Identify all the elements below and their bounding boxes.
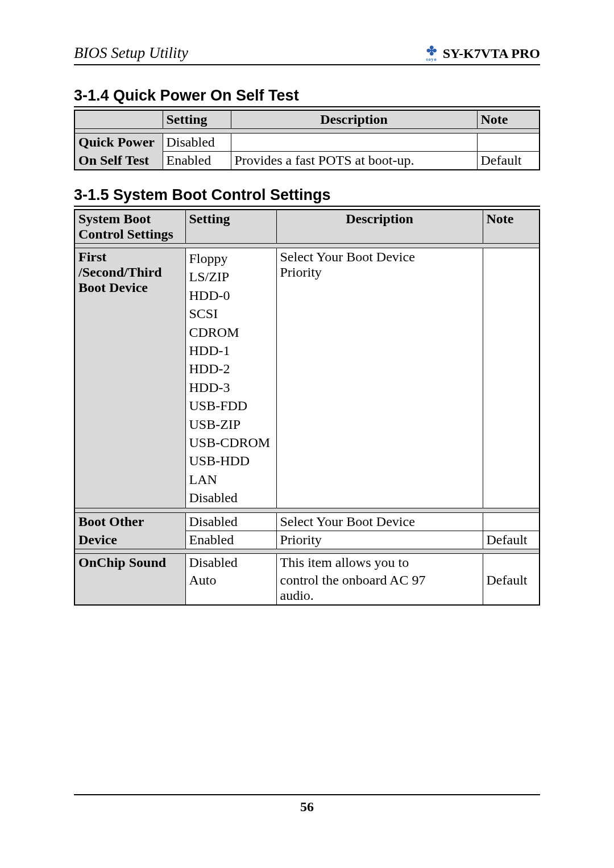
footer-rule bbox=[74, 794, 540, 795]
desc-cell: Priority bbox=[276, 531, 483, 549]
desc-cell bbox=[231, 133, 477, 152]
option-value: USB-CDROM bbox=[189, 433, 273, 452]
page-header: BIOS Setup Utility ✤ soyo SY-K7VTA PRO bbox=[74, 44, 540, 65]
table-header-row: System Boot Control Settings Setting Des… bbox=[74, 210, 540, 244]
option-value: USB-HDD bbox=[189, 452, 273, 470]
row-label: OnChip Sound bbox=[74, 554, 185, 572]
setting-cell: Enabled bbox=[163, 152, 231, 170]
note-cell bbox=[483, 554, 540, 572]
row-label: First /Second/Third Boot Device bbox=[74, 248, 185, 508]
option-value: CDROM bbox=[189, 323, 273, 341]
setting-cell: FloppyLS/ZIPHDD-0SCSICDROMHDD-1HDD-2HDD-… bbox=[185, 248, 276, 508]
table-row: Auto control the onboard AC 97 audio. De… bbox=[74, 571, 540, 605]
setting-cell: Disabled bbox=[185, 554, 276, 572]
row-label: Device bbox=[74, 531, 185, 549]
page-number: 56 bbox=[0, 799, 614, 815]
note-cell: Default bbox=[477, 152, 540, 170]
table-row: First /Second/Third Boot Device FloppyLS… bbox=[74, 248, 540, 508]
header-model: ✤ soyo SY-K7VTA PRO bbox=[426, 45, 541, 62]
setting-cell: Disabled bbox=[185, 513, 276, 531]
option-value: Floppy bbox=[189, 249, 273, 268]
table-row: Boot Other Disabled Select Your Boot Dev… bbox=[74, 513, 540, 531]
table-row: Quick Power Disabled bbox=[74, 133, 540, 152]
option-value: HDD-2 bbox=[189, 360, 273, 378]
row-label: Boot Other bbox=[74, 513, 185, 531]
option-value: Disabled bbox=[189, 489, 273, 507]
col-description: Description bbox=[276, 210, 483, 244]
col-setting: Setting bbox=[185, 210, 276, 244]
qpost-table: Setting Description Note Quick Power Dis… bbox=[74, 110, 540, 170]
header-title: BIOS Setup Utility bbox=[74, 44, 188, 62]
col-note: Note bbox=[477, 110, 540, 129]
option-value: USB-ZIP bbox=[189, 415, 273, 433]
note-cell: Default bbox=[483, 571, 540, 605]
section-heading-sbc: 3-1.5 System Boot Control Settings bbox=[74, 186, 540, 207]
desc-cell: This item allows you to bbox=[276, 554, 483, 572]
desc-cell: Select Your Boot Device Priority bbox=[276, 248, 483, 508]
option-value: USB-FDD bbox=[189, 397, 273, 415]
note-cell bbox=[483, 248, 540, 508]
note-cell: Default bbox=[483, 531, 540, 549]
option-value: HDD-3 bbox=[189, 378, 273, 397]
section-heading-qpost: 3-1.4 Quick Power On Self Test bbox=[74, 87, 540, 107]
setting-cell: Enabled bbox=[185, 531, 276, 549]
col-description: Description bbox=[231, 110, 477, 129]
document-page: BIOS Setup Utility ✤ soyo SY-K7VTA PRO 3… bbox=[0, 0, 614, 606]
col-note: Note bbox=[483, 210, 540, 244]
option-value: LAN bbox=[189, 470, 273, 489]
option-value: LS/ZIP bbox=[189, 268, 273, 286]
table-row: Device Enabled Priority Default bbox=[74, 531, 540, 549]
row-label: Quick Power bbox=[74, 133, 163, 152]
model-name: SY-K7VTA PRO bbox=[443, 46, 540, 61]
option-value: HDD-0 bbox=[189, 286, 273, 304]
setting-cell: Disabled bbox=[163, 133, 231, 152]
note-cell bbox=[477, 133, 540, 152]
row-label: On Self Test bbox=[74, 152, 163, 170]
brand-logo-icon: ✤ soyo bbox=[426, 45, 437, 62]
note-cell bbox=[483, 513, 540, 531]
desc-cell: Provides a fast POTS at boot-up. bbox=[231, 152, 477, 170]
option-value: HDD-1 bbox=[189, 341, 273, 360]
table-row: OnChip Sound Disabled This item allows y… bbox=[74, 554, 540, 572]
col-setting: Setting bbox=[163, 110, 231, 129]
table-row: On Self Test Enabled Provides a fast POT… bbox=[74, 152, 540, 170]
sbc-table: System Boot Control Settings Setting Des… bbox=[74, 209, 540, 606]
option-value: SCSI bbox=[189, 304, 273, 323]
desc-cell: control the onboard AC 97 audio. bbox=[276, 571, 483, 605]
desc-cell: Select Your Boot Device bbox=[276, 513, 483, 531]
table-header-row: Setting Description Note bbox=[74, 110, 540, 129]
setting-cell: Auto bbox=[185, 571, 276, 605]
